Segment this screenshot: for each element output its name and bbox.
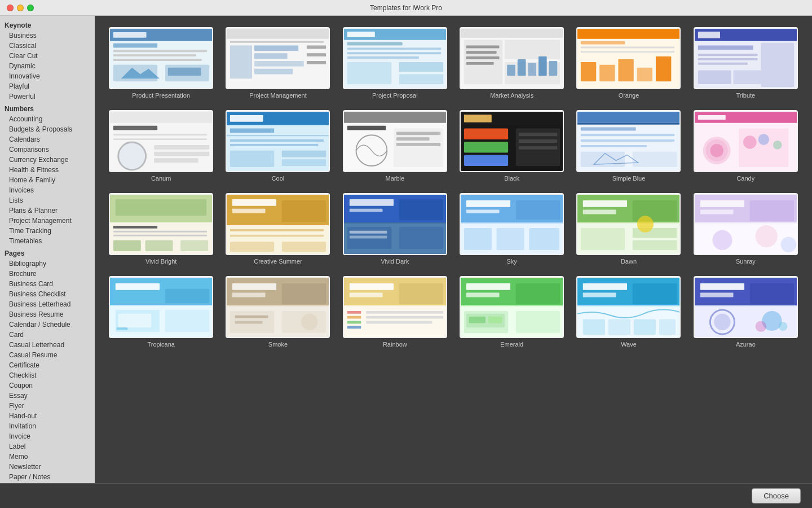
svg-rect-80 (227, 135, 329, 136)
sidebar-item-business[interactable]: Business (0, 30, 95, 41)
minimize-button[interactable] (17, 5, 24, 11)
template-item-azurao[interactable]: Azurao (691, 276, 801, 348)
sidebar-item-accounting[interactable]: Accounting (0, 114, 95, 124)
template-item-tribute[interactable]: Tribute (691, 27, 801, 99)
sidebar-item-business-resume[interactable]: Business Resume (0, 309, 95, 319)
template-item-marble[interactable]: Marble (340, 110, 450, 182)
template-item-simple-blue[interactable]: Simple Blue (573, 110, 683, 182)
sidebar-item-playful[interactable]: Playful (0, 81, 95, 91)
sidebar-item-dynamic[interactable]: Dynamic (0, 61, 95, 71)
svg-rect-190 (117, 327, 128, 330)
choose-button[interactable]: Choose (752, 488, 801, 503)
sidebar-item-classical[interactable]: Classical (0, 41, 95, 51)
sidebar-item-calendar-schedule[interactable]: Calendar / Schedule (0, 319, 95, 330)
template-item-emerald[interactable]: Emerald (457, 276, 567, 348)
sidebar-item-certificate[interactable]: Certificate (0, 360, 95, 370)
svg-rect-166 (583, 210, 616, 214)
svg-point-181 (780, 237, 796, 252)
sidebar-item-hand-out[interactable]: Hand-out (0, 411, 95, 421)
sidebar-item-health-fitness[interactable]: Health & Fitness (0, 165, 95, 175)
maximize-button[interactable] (27, 5, 34, 11)
sidebar-item-invoice[interactable]: Invoice (0, 431, 95, 441)
svg-rect-234 (634, 319, 656, 335)
sidebar-item-business-letterhead[interactable]: Business Letterhead (0, 299, 95, 309)
sidebar-item-bibliography[interactable]: Bibliography (0, 259, 95, 269)
sidebar-item-powerful[interactable]: Powerful (0, 91, 95, 102)
template-thumb-emerald (460, 276, 564, 338)
svg-rect-83 (230, 151, 274, 167)
template-thumb-black (460, 110, 564, 172)
svg-rect-206 (399, 283, 443, 304)
sidebar-item-coupon[interactable]: Coupon (0, 380, 95, 391)
template-item-sky[interactable]: Sky (457, 193, 567, 265)
template-thumb-proposal (343, 27, 447, 89)
sidebar-item-clear-cut[interactable]: Clear Cut (0, 51, 95, 61)
sidebar-item-home-family[interactable]: Home & Family (0, 175, 95, 185)
template-label: Sunray (736, 258, 756, 265)
template-item-rainbow[interactable]: Rainbow (340, 276, 450, 348)
template-item-candy[interactable]: Candy (691, 110, 801, 182)
template-item-proposal[interactable]: Project Proposal (340, 27, 450, 99)
svg-rect-87 (344, 112, 446, 123)
sidebar-item-budgets-proposals[interactable]: Budgets & Proposals (0, 124, 95, 134)
sidebar-item-brochure[interactable]: Brochure (0, 269, 95, 279)
sidebar-item-label[interactable]: Label (0, 441, 95, 452)
template-label: Cool (272, 175, 285, 182)
svg-rect-101 (519, 133, 557, 136)
sidebar-item-business-card[interactable]: Business Card (0, 279, 95, 289)
sidebar-item-lists[interactable]: Lists (0, 195, 95, 205)
template-label: Tropicana (147, 341, 175, 348)
sidebar-item-time-tracking[interactable]: Time Tracking (0, 226, 95, 236)
svg-rect-24 (347, 32, 375, 37)
sidebar-item-newsletter[interactable]: Newsletter (0, 462, 95, 472)
template-item-orange[interactable]: Orange (573, 27, 683, 99)
template-item-project-mgmt[interactable]: Project Management (223, 27, 333, 99)
svg-rect-43 (528, 63, 537, 76)
svg-point-201 (302, 314, 318, 330)
template-item-wave[interactable]: Wave (573, 276, 683, 348)
template-item-vivid-bright[interactable]: Vivid Bright (106, 193, 216, 265)
sidebar-item-essay[interactable]: Essay (0, 391, 95, 401)
sidebar-item-memo[interactable]: Memo (0, 452, 95, 462)
template-item-market[interactable]: Market Analysis (457, 27, 567, 99)
sidebar-item-timetables[interactable]: Timetables (0, 236, 95, 246)
close-button[interactable] (7, 5, 14, 11)
sidebar-item-card[interactable]: Card (0, 330, 95, 340)
sidebar-item-plans-planner[interactable]: Plans & Planner (0, 205, 95, 216)
template-item-canum[interactable]: Canum (106, 110, 216, 182)
svg-rect-67 (110, 112, 212, 123)
template-item-cool[interactable]: Cool (223, 110, 333, 182)
sidebar-item-business-checklist[interactable]: Business Checklist (0, 289, 95, 299)
template-item-tropicana[interactable]: Tropicana (106, 276, 216, 348)
sidebar-item-innovative[interactable]: Innovative (0, 71, 95, 81)
template-item-black[interactable]: Black (457, 110, 567, 182)
sidebar-item-casual-letterhead[interactable]: Casual Letterhead (0, 340, 95, 350)
svg-rect-184 (116, 283, 160, 290)
sidebar-item-flyer[interactable]: Flyer (0, 401, 95, 411)
template-item-product[interactable]: Product Presentation (106, 27, 216, 99)
template-thumb-rainbow (343, 276, 447, 338)
sidebar-item-project-management[interactable]: Project Management (0, 216, 95, 226)
template-item-creative[interactable]: Creative Summer (223, 193, 333, 265)
template-item-vivid-dark[interactable]: Vivid Dark (340, 193, 450, 265)
sidebar-item-invoices[interactable]: Invoices (0, 185, 95, 195)
template-label: Project Proposal (372, 92, 418, 99)
template-item-smoke[interactable]: Smoke (223, 276, 333, 348)
template-thumb-simple-blue (576, 110, 681, 172)
sidebar-item-currency-exchange[interactable]: Currency Exchange (0, 155, 95, 165)
svg-point-121 (743, 135, 756, 148)
sidebar-item-paper-notes[interactable]: Paper / Notes (0, 472, 95, 482)
template-item-dawn[interactable]: Dawn (573, 193, 683, 265)
svg-rect-48 (581, 41, 625, 45)
template-thumb-sunray (694, 193, 798, 255)
svg-rect-65 (733, 71, 761, 84)
sidebar-item-comparisons[interactable]: Comparisons (0, 144, 95, 155)
template-item-sunray[interactable]: Sunray (691, 193, 801, 265)
bottom-bar: Choose (0, 483, 812, 508)
sidebar-item-casual-resume[interactable]: Casual Resume (0, 350, 95, 360)
sidebar-item-invitation[interactable]: Invitation (0, 421, 95, 431)
svg-rect-84 (282, 151, 326, 157)
sidebar-item-checklist[interactable]: Checklist (0, 370, 95, 380)
svg-rect-4 (113, 50, 207, 52)
sidebar-item-calendars[interactable]: Calendars (0, 134, 95, 144)
